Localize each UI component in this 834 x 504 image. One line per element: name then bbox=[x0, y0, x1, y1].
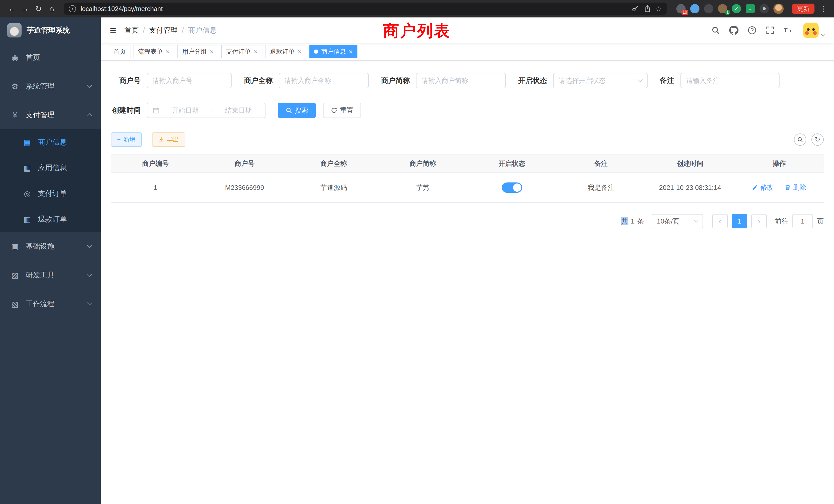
star-icon[interactable]: ☆ bbox=[656, 5, 662, 13]
calendar-icon bbox=[153, 107, 160, 114]
filter-label: 商户号 bbox=[111, 76, 147, 86]
sidebar-item-label: 基础设施 bbox=[26, 242, 82, 251]
navbar-actions: TT bbox=[711, 23, 825, 38]
reset-button[interactable]: 重置 bbox=[323, 102, 361, 118]
delete-button-label: 删除 bbox=[793, 183, 806, 192]
filter-status: 开启状态 请选择开启状态 bbox=[518, 73, 648, 88]
page-size-select[interactable]: 10条/页 bbox=[652, 214, 703, 228]
goto-page-input[interactable] bbox=[792, 214, 813, 228]
sidebar-item-label: 退款订单 bbox=[38, 214, 91, 224]
tab-merchant-info[interactable]: 商户信息 × bbox=[309, 45, 357, 58]
next-page-button[interactable]: › bbox=[751, 214, 767, 228]
close-icon[interactable]: × bbox=[210, 48, 214, 55]
sidebar-item-app-info[interactable]: ▦ 应用信息 bbox=[0, 155, 101, 181]
sidebar: 芋道管理系统 ◉ 首页 ⚙ 系统管理 ¥ 支付管理 ▤ 商户信息 bbox=[0, 18, 101, 504]
tab-home[interactable]: 首页 bbox=[109, 45, 130, 58]
back-icon[interactable]: ← bbox=[5, 2, 19, 16]
tab-pay-order[interactable]: 支付订单 × bbox=[221, 45, 262, 58]
sidebar-item-pay-order[interactable]: ◎ 支付订单 bbox=[0, 181, 101, 206]
home-icon[interactable]: ⌂ bbox=[45, 2, 59, 16]
tab-user-group[interactable]: 用户分组 × bbox=[177, 45, 218, 58]
browser-profile-avatar[interactable] bbox=[773, 4, 784, 14]
status-select[interactable]: 请选择开启状态 bbox=[553, 73, 648, 88]
sidebar-item-devtools[interactable]: ▨ 研发工具 bbox=[0, 261, 101, 290]
reload-icon[interactable]: ↻ bbox=[32, 2, 45, 16]
breadcrumb-separator: / bbox=[182, 26, 184, 35]
chrome-update-button[interactable]: 更新 bbox=[792, 4, 814, 14]
toggle-search-icon[interactable] bbox=[794, 134, 806, 146]
sidebar-item-infra[interactable]: ▣ 基础设施 bbox=[0, 232, 101, 261]
font-size-icon[interactable]: TT bbox=[784, 26, 794, 35]
extension-icon[interactable]: 1 bbox=[718, 4, 727, 13]
extension-icon[interactable]: ✓ bbox=[732, 4, 741, 13]
remark-input[interactable] bbox=[680, 73, 780, 88]
sidebar-item-label: 应用信息 bbox=[38, 163, 91, 173]
sidebar-item-system[interactable]: ⚙ 系统管理 bbox=[0, 72, 101, 100]
share-icon[interactable] bbox=[644, 5, 651, 13]
browser-menu-icon[interactable]: ⋮ bbox=[818, 2, 829, 16]
export-button[interactable]: 导出 bbox=[152, 132, 185, 147]
close-icon[interactable]: × bbox=[166, 48, 170, 55]
fullscreen-icon[interactable] bbox=[766, 26, 774, 35]
merchant-no-input[interactable] bbox=[147, 73, 232, 88]
toolbox-icon: ▨ bbox=[10, 271, 20, 280]
close-icon[interactable]: × bbox=[298, 48, 302, 55]
close-icon[interactable]: × bbox=[254, 48, 258, 55]
sidebar-item-label: 支付管理 bbox=[26, 110, 82, 120]
record-icon: ◎ bbox=[23, 189, 32, 198]
breadcrumb-payment[interactable]: 支付管理 bbox=[149, 25, 178, 35]
add-button[interactable]: + 新增 bbox=[111, 132, 142, 147]
extension-icon[interactable]: ≡ bbox=[746, 4, 755, 13]
site-info-icon[interactable]: i bbox=[69, 5, 76, 12]
extension-icon[interactable] bbox=[690, 4, 699, 13]
help-icon[interactable] bbox=[748, 26, 756, 35]
prev-page-button[interactable]: ‹ bbox=[712, 214, 728, 228]
tab-process-form[interactable]: 流程表单 × bbox=[133, 45, 174, 58]
key-icon[interactable] bbox=[631, 5, 639, 13]
sidebar-item-merchant-info[interactable]: ▤ 商户信息 bbox=[0, 129, 101, 155]
chevron-down-icon bbox=[87, 272, 92, 277]
chevron-down-icon bbox=[87, 300, 92, 305]
sidebar-item-payment[interactable]: ¥ 支付管理 bbox=[0, 100, 101, 129]
extension-icon[interactable] bbox=[704, 4, 713, 13]
short-name-input[interactable] bbox=[416, 73, 506, 88]
tab-refund-order[interactable]: 退款订单 × bbox=[265, 45, 306, 58]
refresh-icon[interactable]: ↻ bbox=[811, 134, 824, 146]
filter-remark: 备注 bbox=[660, 73, 780, 88]
search-button[interactable]: 搜索 bbox=[278, 102, 316, 118]
filter-full-name: 商户全称 bbox=[244, 73, 369, 88]
edit-button[interactable]: 修改 bbox=[752, 183, 774, 192]
current-page-button[interactable]: 1 bbox=[732, 214, 747, 228]
app-logo[interactable]: 芋道管理系统 bbox=[0, 18, 101, 43]
delete-button[interactable]: 删除 bbox=[785, 183, 806, 192]
tab-label: 退款订单 bbox=[270, 47, 295, 56]
address-bar[interactable]: i localhost:1024/pay/merchant ☆ bbox=[64, 3, 667, 15]
sidebar-menu: ◉ 首页 ⚙ 系统管理 ¥ 支付管理 ▤ 商户信息 ▦ 应用 bbox=[0, 43, 101, 318]
yen-icon: ¥ bbox=[10, 111, 20, 119]
cell-actions: 修改 删除 bbox=[734, 173, 824, 203]
hamburger-icon[interactable]: ≡ bbox=[110, 25, 116, 36]
search-icon[interactable] bbox=[711, 26, 720, 35]
breadcrumb-home[interactable]: 首页 bbox=[125, 25, 139, 35]
sidebar-item-label: 工作流程 bbox=[26, 299, 82, 309]
extension-icon[interactable]: 10 bbox=[676, 4, 686, 13]
create-time-range-input[interactable]: 开始日期 - 结束日期 bbox=[147, 102, 265, 118]
tab-label: 支付订单 bbox=[226, 47, 250, 56]
status-toggle[interactable] bbox=[502, 182, 522, 193]
user-avatar[interactable] bbox=[803, 23, 818, 38]
sidebar-item-home[interactable]: ◉ 首页 bbox=[0, 43, 101, 72]
grid-icon: ▦ bbox=[23, 163, 32, 173]
close-icon[interactable]: × bbox=[349, 48, 353, 55]
url-text: localhost:1024/pay/merchant bbox=[81, 5, 627, 13]
sidebar-item-workflow[interactable]: ▧ 工作流程 bbox=[0, 290, 101, 318]
cell-create-time: 2021-10-23 08:31:14 bbox=[645, 173, 734, 203]
filter-label: 开启状态 bbox=[518, 76, 553, 86]
extension-pin-icon[interactable] bbox=[760, 4, 769, 13]
full-name-input[interactable] bbox=[279, 73, 369, 88]
github-icon[interactable] bbox=[729, 26, 739, 35]
cell-merchant-id: 1 bbox=[111, 173, 200, 203]
forward-icon[interactable]: → bbox=[19, 2, 32, 16]
pagination: 共 1 条 10条/页 ‹ 1 › 前往 页 bbox=[111, 214, 824, 228]
sidebar-item-refund-order[interactable]: ▥ 退款订单 bbox=[0, 206, 101, 232]
table-toolbar: + 新增 导出 ↻ bbox=[111, 132, 824, 147]
